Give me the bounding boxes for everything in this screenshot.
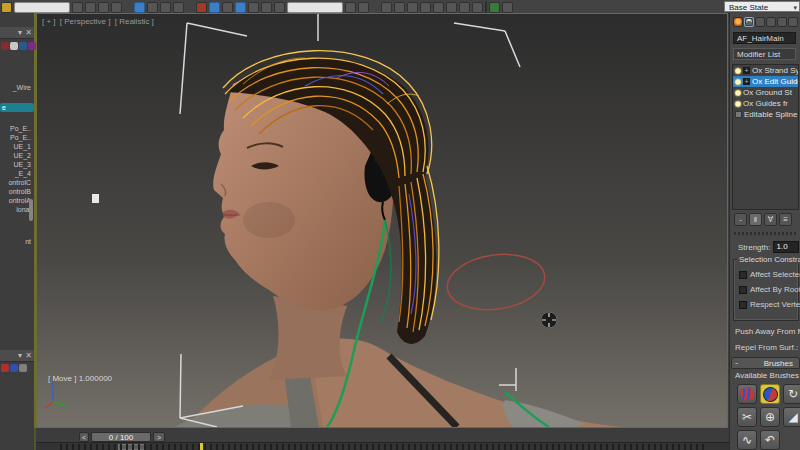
list-item[interactable]: Po_E.. [0,124,34,133]
selection-filter-dropdown[interactable] [14,2,70,13]
expand-icon[interactable]: + [743,78,750,85]
next-frame-button[interactable]: > [153,432,165,442]
modifier-stack-row[interactable]: +Ox Strand Sy [733,65,798,76]
viewport-shading-menu[interactable]: [ Realistic ] [115,17,154,26]
gray-tool-icon[interactable] [19,364,27,372]
white-handle[interactable] [92,194,99,203]
make-unique-icon[interactable]: ∀ [764,213,777,226]
list-item[interactable]: UE_2 [0,151,34,160]
respect-vertex-checkbox[interactable]: Respect Vertex W [739,300,800,309]
strength-field[interactable]: 1.0 [773,241,799,253]
list-item[interactable]: nt [0,237,34,246]
viewport-general-menu[interactable]: [ + ] [42,17,56,26]
pin-icon[interactable]: ▾ [18,28,22,37]
named-selection-dropdown[interactable] [287,2,343,13]
cursor-icon[interactable] [10,42,18,50]
ref-coord-icon[interactable] [173,2,184,13]
display-tab-icon[interactable] [777,17,787,27]
comb-brush-icon[interactable] [737,384,757,404]
rotate-brush-icon[interactable] [760,384,780,404]
modifier-enabled-bulb-icon[interactable] [735,79,741,85]
select-by-name-icon[interactable] [85,2,96,13]
remove-modifier-icon[interactable]: ≡ [779,213,792,226]
list-item[interactable]: ontrolB [0,187,34,196]
isolate-icon[interactable] [502,2,513,13]
expand-icon[interactable]: + [743,67,750,74]
pin-icon[interactable]: ▾ [18,351,22,360]
modifier-stack-row[interactable]: +Ox Edit Guide [733,76,798,87]
filter-icon[interactable] [1,42,9,50]
current-frame-marker[interactable] [200,443,203,450]
render-setup-icon[interactable] [446,2,457,13]
red-tool-icon[interactable] [1,364,9,372]
modifier-enabled-bulb-icon[interactable] [735,68,741,74]
close-icon[interactable]: ✕ [25,351,32,360]
blue-tool-icon[interactable] [10,364,18,372]
snap-toggle-icon[interactable] [222,2,233,13]
bone-icon[interactable] [28,42,36,50]
modifier-enabled-bulb-icon[interactable] [735,101,741,107]
material-editor-icon[interactable] [433,2,444,13]
scrollbar-thumb[interactable] [29,199,33,221]
list-item[interactable]: ontrolC [0,178,34,187]
modifier-list-dropdown[interactable]: Modifier List [733,48,796,60]
time-slider-handle[interactable]: 0 / 100 [91,432,151,442]
push-away-row[interactable]: Push Away From Me [730,327,800,336]
select-move-icon[interactable] [134,2,145,13]
brush-cursor[interactable] [541,312,557,328]
utilities-tab-icon[interactable] [788,17,798,27]
modifier-stack-row[interactable]: Editable Spline [733,109,798,120]
list-item[interactable]: e [0,103,34,112]
schematic-view-icon[interactable] [420,2,431,13]
show-end-result-icon[interactable]: ‖ [749,213,762,226]
render-production-icon[interactable] [472,2,483,13]
prev-frame-button[interactable]: < [79,432,89,442]
layer-icon[interactable] [19,42,27,50]
list-item[interactable]: _Wire [0,83,34,92]
state-sets-icon[interactable] [489,2,500,13]
toolbar-icon-scene[interactable] [1,2,12,13]
rendered-frame-icon[interactable] [459,2,470,13]
ribbon-toggle-icon[interactable] [394,2,405,13]
mirror-icon[interactable] [345,2,356,13]
affect-selected-checkbox[interactable]: Affect Selected O [739,270,800,279]
perspective-viewport[interactable] [36,13,728,428]
align-icon[interactable] [358,2,369,13]
flatten-brush-icon[interactable]: ◢ [783,407,800,427]
hierarchy-tab-icon[interactable] [755,17,765,27]
curve-editor-icon[interactable] [407,2,418,13]
modifier-enabled-bulb-icon[interactable] [735,90,741,96]
puff-brush-icon[interactable]: ⊕ [760,407,780,427]
window-crossing-icon[interactable] [111,2,122,13]
list-item[interactable]: UE_3 [0,160,34,169]
modifier-stack-row[interactable]: Ox Guides fr [733,98,798,109]
list-item[interactable]: Po_E.. [0,133,34,142]
close-icon[interactable]: ✕ [25,28,32,37]
select-object-icon[interactable] [72,2,83,13]
pin-stack-icon[interactable]: - [734,213,747,226]
list-item[interactable]: _E_4 [0,169,34,178]
brushes-rollout-header[interactable]: - Brushes [731,357,800,369]
use-pivot-center-icon[interactable] [209,2,220,13]
curl-brush-icon[interactable]: ↻ [783,384,800,404]
modifier-stack-row[interactable]: Ox Ground St [733,87,798,98]
undo-brush-icon[interactable]: ↶ [760,430,780,450]
object-name-field[interactable]: AF_HairMain [733,32,796,44]
list-item[interactable]: UE_1 [0,142,34,151]
affect-by-roots-checkbox[interactable]: Affect By Roots O [739,285,800,294]
spinner-snap-icon[interactable] [261,2,272,13]
percent-snap-icon[interactable] [248,2,259,13]
angle-snap-icon[interactable] [235,2,246,13]
motion-tab-icon[interactable] [766,17,776,27]
track-bar[interactable] [36,442,729,450]
modify-tab-icon[interactable] [744,17,754,27]
select-rotate-icon[interactable] [147,2,158,13]
base-state-dropdown[interactable]: Base State▾ [724,1,800,12]
create-tab-icon[interactable] [733,17,743,27]
wave-brush-icon[interactable]: ∿ [737,430,757,450]
viewport-pov-menu[interactable]: [ Perspective ] [60,17,111,26]
rect-region-icon[interactable] [98,2,109,13]
select-scale-icon[interactable] [160,2,171,13]
cut-brush-icon[interactable]: ✂ [737,407,757,427]
pivot-red-icon[interactable] [196,2,207,13]
